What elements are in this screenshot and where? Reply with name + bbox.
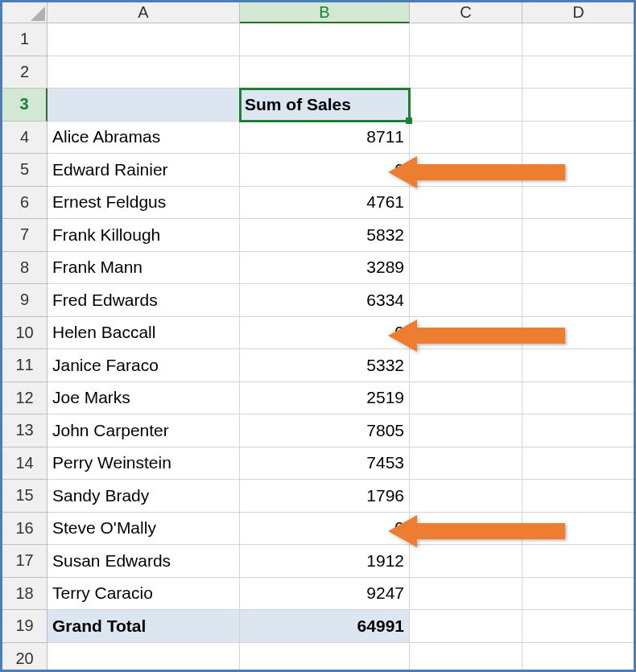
cell-C7[interactable]	[410, 219, 522, 252]
column-header-D[interactable]: D	[522, 2, 635, 23]
cell-B15[interactable]: 1796	[240, 480, 410, 513]
cell-A12[interactable]: Joe Marks	[47, 382, 240, 415]
row-header-4[interactable]: 4	[2, 122, 47, 155]
cell-A6[interactable]: Ernest Feldgus	[47, 187, 240, 220]
cell-A13[interactable]: John Carpenter	[47, 414, 240, 447]
cell-A14[interactable]: Perry Weinstein	[47, 447, 240, 480]
row-header-5[interactable]: 5	[2, 154, 47, 187]
cell-B10[interactable]: 0	[240, 317, 410, 350]
cell-A3[interactable]	[47, 89, 240, 122]
select-all-corner[interactable]	[2, 2, 47, 23]
cell-C8[interactable]	[410, 252, 522, 285]
cell-A10[interactable]: Helen Baccall	[47, 317, 240, 350]
cell-D17[interactable]	[522, 545, 635, 578]
cell-A11[interactable]: Janice Faraco	[47, 349, 240, 382]
cell-C5[interactable]	[410, 154, 522, 187]
cell-B9[interactable]: 6334	[240, 284, 410, 317]
cell-B11[interactable]: 5332	[240, 349, 410, 382]
row-header-10[interactable]: 10	[2, 317, 47, 350]
row-header-1[interactable]: 1	[2, 23, 47, 56]
row-header-14[interactable]: 14	[2, 447, 47, 480]
cell-A16[interactable]: Steve O'Mally	[47, 513, 240, 546]
cell-C17[interactable]	[410, 545, 522, 578]
cell-B7[interactable]: 5832	[240, 219, 410, 252]
cell-D13[interactable]	[522, 414, 635, 447]
cell-D6[interactable]	[522, 187, 635, 220]
cell-A20[interactable]	[47, 643, 240, 673]
row-header-20[interactable]: 20	[2, 643, 47, 673]
row-header-8[interactable]: 8	[2, 252, 47, 285]
cell-C4[interactable]	[410, 122, 522, 155]
cell-C2[interactable]	[410, 56, 522, 89]
cell-C15[interactable]	[410, 480, 522, 513]
cell-A2[interactable]	[47, 56, 240, 89]
cell-B1[interactable]	[240, 23, 410, 56]
row-header-15[interactable]: 15	[2, 480, 47, 513]
cell-A5[interactable]: Edward Rainier	[47, 154, 240, 187]
cell-C1[interactable]	[410, 23, 522, 56]
cell-D5[interactable]	[522, 154, 635, 187]
cell-D8[interactable]	[522, 252, 635, 285]
cell-A9[interactable]: Fred Edwards	[47, 284, 240, 317]
cell-B19[interactable]: 64991	[240, 610, 410, 643]
row-header-9[interactable]: 9	[2, 284, 47, 317]
row-header-12[interactable]: 12	[2, 382, 47, 415]
cell-C20[interactable]	[410, 643, 522, 673]
cell-C19[interactable]	[410, 610, 522, 643]
row-header-7[interactable]: 7	[2, 219, 47, 252]
cell-B5[interactable]: 0	[240, 154, 410, 187]
cell-B13[interactable]: 7805	[240, 414, 410, 447]
cell-D18[interactable]	[522, 578, 635, 611]
cell-D4[interactable]	[522, 122, 635, 155]
cell-D1[interactable]	[522, 23, 635, 56]
cell-D7[interactable]	[522, 219, 635, 252]
cell-A15[interactable]: Sandy Brady	[47, 480, 240, 513]
column-header-A[interactable]: A	[47, 2, 240, 23]
cell-D20[interactable]	[522, 643, 635, 673]
cell-B16[interactable]: 0	[240, 513, 410, 546]
cell-B2[interactable]	[240, 56, 410, 89]
column-header-B[interactable]: B	[240, 2, 410, 23]
row-header-19[interactable]: 19	[2, 610, 47, 643]
cell-C16[interactable]	[410, 513, 522, 546]
row-header-13[interactable]: 13	[2, 414, 47, 447]
cell-C10[interactable]	[410, 317, 522, 350]
cell-D10[interactable]	[522, 317, 635, 350]
cell-B17[interactable]: 1912	[240, 545, 410, 578]
cell-C9[interactable]	[410, 284, 522, 317]
cell-C13[interactable]	[410, 414, 522, 447]
cell-A19[interactable]: Grand Total	[47, 610, 240, 643]
cell-C6[interactable]	[410, 187, 522, 220]
cell-B14[interactable]: 7453	[240, 447, 410, 480]
cell-B3[interactable]: Sum of Sales	[240, 89, 410, 122]
row-header-2[interactable]: 2	[2, 56, 47, 89]
cell-D3[interactable]	[522, 89, 635, 122]
row-header-6[interactable]: 6	[2, 187, 47, 220]
row-header-11[interactable]: 11	[2, 349, 47, 382]
row-header-3[interactable]: 3	[2, 89, 47, 122]
cell-B6[interactable]: 4761	[240, 187, 410, 220]
cell-B12[interactable]: 2519	[240, 382, 410, 415]
row-header-16[interactable]: 16	[2, 513, 47, 546]
cell-A8[interactable]: Frank Mann	[47, 252, 240, 285]
cell-C12[interactable]	[410, 382, 522, 415]
cell-B4[interactable]: 8711	[240, 122, 410, 155]
cell-B20[interactable]	[240, 643, 410, 673]
cell-B18[interactable]: 9247	[240, 578, 410, 611]
cell-A7[interactable]: Frank Killough	[47, 219, 240, 252]
cell-C11[interactable]	[410, 349, 522, 382]
row-header-18[interactable]: 18	[2, 578, 47, 611]
cell-A1[interactable]	[47, 23, 240, 56]
cell-B8[interactable]: 3289	[240, 252, 410, 285]
cell-D12[interactable]	[522, 382, 635, 415]
cell-D9[interactable]	[522, 284, 635, 317]
column-header-C[interactable]: C	[410, 2, 522, 23]
row-header-17[interactable]: 17	[2, 545, 47, 578]
cell-D14[interactable]	[522, 447, 635, 480]
cell-D19[interactable]	[522, 610, 635, 643]
cell-D2[interactable]	[522, 56, 635, 89]
cell-C14[interactable]	[410, 447, 522, 480]
cell-A4[interactable]: Alice Abramas	[47, 122, 240, 155]
cell-C18[interactable]	[410, 578, 522, 611]
cell-D15[interactable]	[522, 480, 635, 513]
